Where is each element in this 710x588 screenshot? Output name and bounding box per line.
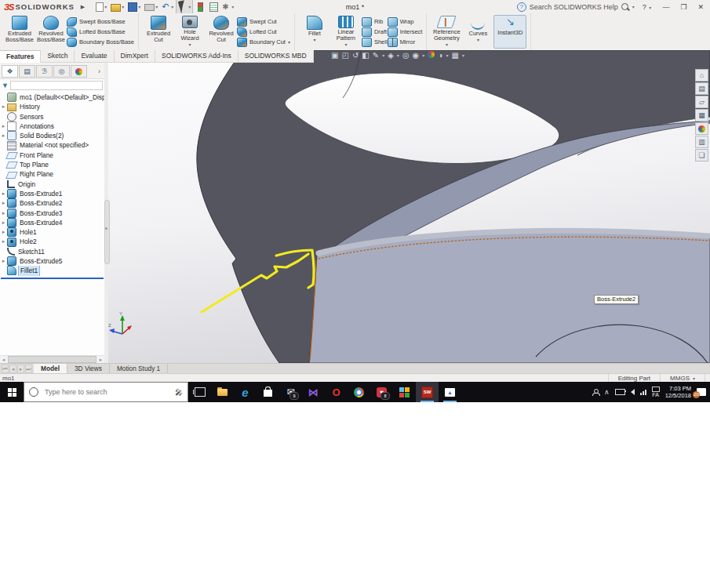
- tree-item-boss-extrude3[interactable]: ▸Boss-Extrude3: [0, 209, 104, 218]
- tree-root-item[interactable]: mo1 (Default<<Default>_Display State 1: [0, 93, 104, 102]
- dropdown-caret-icon[interactable]: ▾: [231, 4, 234, 9]
- dropdown-caret-icon[interactable]: ▾: [382, 53, 384, 58]
- dropdown-caret-icon[interactable]: ▾: [138, 4, 140, 9]
- shell-button[interactable]: Shell: [362, 38, 388, 47]
- task-view-icon[interactable]: [188, 382, 211, 402]
- opera-icon[interactable]: O: [325, 382, 348, 402]
- dropdown-caret-icon[interactable]: ▾: [422, 53, 424, 58]
- dropdown-caret-icon[interactable]: ▾: [288, 39, 290, 45]
- expand-chevron-icon[interactable]: ▸: [0, 237, 7, 246]
- speaker-icon[interactable]: [631, 389, 635, 395]
- photos-icon[interactable]: [393, 382, 416, 402]
- view-orientation-icon[interactable]: ◈: [388, 51, 394, 60]
- tree-item-sensors[interactable]: Sensors: [0, 112, 104, 122]
- draft-button[interactable]: Draft: [362, 27, 388, 37]
- notification-center-icon[interactable]: 20: [697, 388, 706, 396]
- scroll-right-icon[interactable]: ▸: [97, 357, 104, 363]
- wifi-icon[interactable]: [640, 390, 646, 395]
- splitter-handle[interactable]: [104, 200, 110, 264]
- zoom-fit-icon[interactable]: ▣: [331, 51, 338, 60]
- custom-properties-icon[interactable]: ▥: [695, 136, 708, 148]
- dropdown-caret-icon[interactable]: ▾: [122, 4, 124, 9]
- help-search[interactable]: ? Search SOLIDWORKS Help ▾: [517, 2, 635, 12]
- dropdown-caret-icon[interactable]: ▾: [189, 42, 191, 48]
- configurationmanager-icon[interactable]: ℬ: [36, 65, 53, 78]
- displaymanager-icon[interactable]: [71, 65, 87, 78]
- mail-icon[interactable]: ✉9: [279, 382, 302, 402]
- dropdown-caret-icon[interactable]: ▾: [155, 4, 158, 9]
- tab-sketch[interactable]: Sketch: [41, 50, 75, 63]
- print-button[interactable]: ▾: [143, 2, 159, 12]
- linear-pattern-button[interactable]: Linear Pattern▾: [330, 15, 362, 49]
- lofted-cut-button[interactable]: Lofted Cut: [237, 27, 290, 37]
- tree-item-history[interactable]: ▸History: [0, 102, 104, 111]
- minimize-button[interactable]: —: [659, 3, 672, 11]
- file-explorer-icon[interactable]: ▱: [695, 96, 708, 108]
- taskbar-search[interactable]: 🎤︎: [24, 382, 188, 402]
- previous-view-icon[interactable]: ↺: [352, 51, 359, 60]
- featuremanager-tree-icon[interactable]: ❖: [2, 65, 18, 78]
- propertymanager-icon[interactable]: ▤: [19, 65, 35, 78]
- restore-button[interactable]: ❐: [677, 3, 690, 11]
- lofted-boss-base-button[interactable]: Lofted Boss/Base: [67, 27, 134, 37]
- extruded-cut-button[interactable]: Extruded Cut: [143, 15, 174, 49]
- tree-item-material-not-specified-[interactable]: Material <not specified>: [0, 140, 104, 150]
- tree-item-origin[interactable]: Origin: [0, 180, 104, 189]
- fillet-button[interactable]: Fillet▾: [299, 15, 330, 49]
- display-style-icon[interactable]: ◎: [402, 51, 410, 60]
- forum-icon[interactable]: ❏: [695, 149, 708, 162]
- extruded-boss-base-button[interactable]: Extruded Boss/Base: [4, 15, 35, 49]
- mirror-button[interactable]: Mirror: [388, 38, 423, 47]
- boundary-boss-base-button[interactable]: Boundary Boss/Base: [67, 38, 134, 47]
- tree-item-boss-extrude5[interactable]: ▸Boss-Extrude5: [0, 256, 104, 266]
- open-button[interactable]: ▾: [109, 2, 126, 13]
- close-button[interactable]: ✕: [694, 3, 707, 11]
- tree-item-top-plane[interactable]: Top Plane: [0, 160, 104, 169]
- dropdown-caret-icon[interactable]: ▾: [313, 37, 315, 43]
- dropdown-caret-icon[interactable]: ▾: [446, 53, 448, 58]
- rollback-bar[interactable]: [1, 278, 104, 279]
- tab-features[interactable]: Features: [0, 50, 41, 63]
- expand-chevron-icon[interactable]: ▸: [0, 256, 7, 266]
- view-palette-icon[interactable]: ▦: [695, 109, 708, 122]
- expand-chevron-icon[interactable]: ▸: [0, 131, 7, 140]
- model-canvas[interactable]: Y Z: [108, 50, 710, 363]
- dropdown-caret-icon[interactable]: ▾: [446, 42, 448, 48]
- expand-chevron-icon[interactable]: ▸: [0, 218, 7, 227]
- appearances-icon[interactable]: [695, 122, 708, 135]
- battery-icon[interactable]: [615, 389, 625, 395]
- tree-item-hole2[interactable]: ▸Hole2: [0, 237, 104, 246]
- people-icon[interactable]: [592, 389, 599, 395]
- curves-button[interactable]: Curves▾: [462, 15, 493, 49]
- dropdown-caret-icon[interactable]: ▾: [477, 37, 479, 43]
- tree-item-right-plane[interactable]: Right Plane: [0, 169, 104, 179]
- tree-item-annotations[interactable]: ▸Annotations: [0, 122, 104, 131]
- dropdown-caret-icon[interactable]: ▾: [188, 4, 191, 9]
- resources-home-icon[interactable]: ⌂: [695, 69, 708, 82]
- panel-splitter[interactable]: [104, 63, 108, 363]
- wrap-button[interactable]: Wrap: [388, 17, 423, 27]
- model-disc-face[interactable]: [309, 231, 710, 363]
- swept-boss-base-button[interactable]: Swept Boss/Base: [67, 17, 134, 27]
- dropdown-caret-icon[interactable]: ▾: [397, 53, 399, 58]
- dropdown-caret-icon[interactable]: ▾: [104, 4, 107, 9]
- expand-chevron-icon[interactable]: ▸: [0, 198, 7, 208]
- hidden-icons-chevron-icon[interactable]: ∧: [604, 388, 610, 396]
- intersect-button[interactable]: Intersect: [388, 27, 423, 37]
- image-viewer-icon[interactable]: ▲: [439, 382, 461, 402]
- tab-solidworks-add-ins[interactable]: SOLIDWORKS Add-Ins: [155, 50, 238, 63]
- start-button[interactable]: [0, 382, 24, 402]
- expand-chevron-icon[interactable]: ▸: [0, 189, 7, 198]
- language-indicator[interactable]: FA: [652, 387, 660, 398]
- tree-item-sketch11[interactable]: Sketch11: [0, 247, 104, 256]
- help-button[interactable]: ? ▾: [639, 3, 655, 11]
- new-file-button[interactable]: ▾: [94, 2, 108, 13]
- heart-app-icon[interactable]: ♥8: [370, 382, 393, 402]
- solidworks-icon[interactable]: SW: [416, 382, 439, 402]
- dimxpertmanager-icon[interactable]: ◎: [53, 65, 70, 78]
- reference-geometry-button[interactable]: Reference Geometry▾: [431, 15, 462, 49]
- chrome-icon[interactable]: [348, 382, 370, 402]
- scroll-thumb[interactable]: [8, 356, 96, 363]
- apply-scene-icon[interactable]: ◑: [438, 51, 442, 60]
- revolved-boss-base-button[interactable]: Revolved Boss/Base: [35, 15, 67, 49]
